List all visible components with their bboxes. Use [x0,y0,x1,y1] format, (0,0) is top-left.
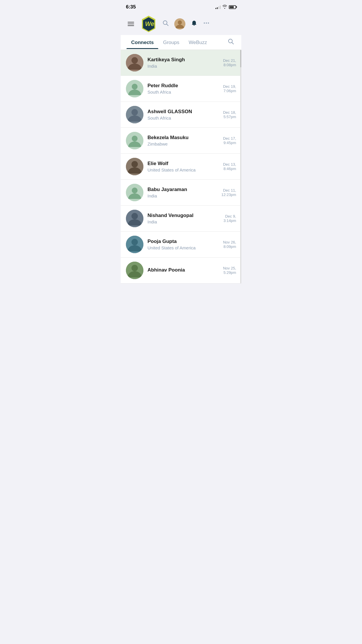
header: We [121,13,241,35]
contact-name: Peter Ruddle [147,83,219,89]
contact-time: Nov 26,8:09pm [223,240,236,249]
contact-avatar [126,106,143,123]
status-bar: 6:35 [121,0,241,13]
contact-item[interactable]: Kartikeya Singh India Dec 21,8:08pm [121,50,241,76]
contact-info: Pooja Gupta United States of America [147,239,219,250]
contact-avatar [126,262,143,279]
wifi-icon [222,5,227,10]
contact-time: Dec 13,8:46pm [223,162,236,171]
svg-point-23 [131,239,138,245]
tab-webuzz[interactable]: WeBuzz [184,36,212,49]
contact-name: Babu Jayaraman [147,187,217,192]
contact-location: India [147,64,219,69]
menu-button[interactable] [126,21,135,27]
svg-point-19 [132,188,138,193]
contact-time: Dec 18,5:57pm [223,110,236,119]
user-avatar[interactable] [174,18,185,29]
app-logo[interactable]: We [140,15,157,33]
contact-location: South Africa [147,90,219,94]
svg-point-13 [131,109,138,116]
contact-info: Ashwell GLASSON South Africa [147,109,219,120]
contact-time: Dec 11,12:23pm [221,188,236,197]
contact-time: Dec 9,3:14pm [224,214,236,223]
svg-text:We: We [145,20,154,27]
contact-info: Kartikeya Singh India [147,57,219,69]
contact-name: Nishand Venugopal [147,213,219,218]
contact-item[interactable]: Bekezela Masuku Zimbabwe Dec 17,9:45pm [121,128,241,154]
contact-location: South Africa [147,116,219,120]
scroll-indicator[interactable] [240,50,241,284]
contact-item[interactable]: Abhinav Poonia Nov 25,5:29pm [121,258,241,284]
contact-time: Dec 17,9:45pm [223,136,236,145]
signal-icon [215,5,221,9]
search-icon[interactable] [162,20,169,28]
contact-location: India [147,193,217,198]
contact-avatar [126,236,143,253]
contact-item[interactable]: Elie Wolf United States of America Dec 1… [121,154,241,180]
svg-point-17 [131,161,138,167]
contact-time: Nov 25,5:29pm [223,266,236,275]
contact-time: Dec 21,8:08pm [223,58,236,67]
contact-info: Elie Wolf United States of America [147,161,219,172]
contact-info: Nishand Venugopal India [147,213,219,224]
contact-item[interactable]: Ashwell GLASSON South Africa Dec 18,5:57… [121,102,241,128]
contact-info: Babu Jayaraman India [147,187,217,198]
svg-point-15 [132,136,138,141]
contact-name: Pooja Gupta [147,239,219,244]
contact-location: Zimbabwe [147,141,219,146]
contact-time: Dec 19,7:06pm [223,84,236,93]
contact-avatar [126,210,143,227]
contact-location: United States of America [147,167,219,172]
svg-point-25 [131,265,138,271]
status-time: 6:35 [126,4,136,10]
contact-item[interactable]: Babu Jayaraman India Dec 11,12:23pm [121,180,241,206]
contacts-list: Kartikeya Singh India Dec 21,8:08pm Pete… [121,50,241,284]
tab-search-icon[interactable] [226,35,236,50]
contact-avatar [126,54,143,71]
contact-avatar [126,80,143,97]
contact-avatar [126,184,143,201]
tab-groups[interactable]: Groups [158,36,184,49]
svg-point-6 [208,22,209,24]
svg-point-3 [178,20,182,24]
contact-name: Ashwell GLASSON [147,109,219,115]
contact-location: India [147,219,219,224]
contact-item[interactable]: Peter Ruddle South Africa Dec 19,7:06pm [121,76,241,102]
tab-connects[interactable]: Connects [126,36,158,49]
contact-name: Abhinav Poonia [147,267,219,273]
more-options-icon[interactable] [203,20,210,28]
battery-icon [229,5,236,9]
contact-info: Bekezela Masuku Zimbabwe [147,135,219,146]
contact-avatar [126,132,143,149]
contact-info: Abhinav Poonia [147,267,219,274]
svg-point-4 [204,22,205,24]
header-actions [162,18,210,29]
contact-item[interactable]: Pooja Gupta United States of America Nov… [121,232,241,258]
notifications-icon[interactable] [191,20,198,28]
svg-point-5 [206,22,207,24]
contact-name: Bekezela Masuku [147,135,219,141]
status-icons [215,5,236,10]
tab-bar: Connects Groups WeBuzz [121,35,241,50]
contact-location: United States of America [147,245,219,250]
contact-avatar [126,158,143,175]
contact-info: Peter Ruddle South Africa [147,83,219,94]
contact-name: Elie Wolf [147,161,219,167]
svg-point-9 [131,57,138,64]
contact-item[interactable]: Nishand Venugopal India Dec 9,3:14pm [121,206,241,232]
contact-name: Kartikeya Singh [147,57,219,63]
svg-point-11 [132,84,138,90]
svg-point-21 [131,213,138,219]
